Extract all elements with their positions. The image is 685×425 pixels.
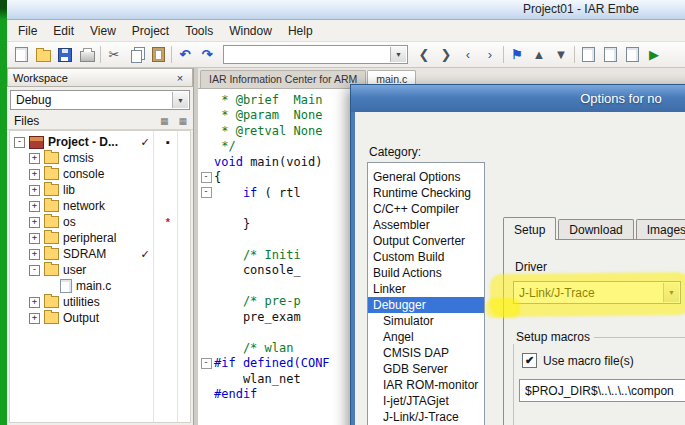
next-bookmark-button[interactable]: ▼ [551,45,571,65]
expand-toggle-icon[interactable]: + [29,217,40,228]
compile-button[interactable] [578,45,598,65]
macro-file-path-input[interactable]: $PROJ_DIR$\..\..\..\compon [519,379,685,402]
menu-view[interactable]: View [82,22,124,40]
expand-toggle-icon[interactable]: + [29,313,40,324]
fold-gutter [198,234,214,245]
category-custom-build[interactable]: Custom Build [368,249,484,265]
tree-item-icon [44,152,59,164]
expand-toggle-icon[interactable]: - [29,265,40,276]
paste-icon [152,47,165,62]
tree-item-lib[interactable]: + lib [10,182,190,198]
category-c-cpp-compiler[interactable]: C/C++ Compiler [368,201,484,217]
tree-item-user[interactable]: - user [10,262,190,278]
find-previous-button[interactable]: ❮ [414,45,434,65]
open-file-button[interactable] [33,45,53,65]
tree-item-check-mark: ✓ [138,248,152,261]
tree-item-output[interactable]: + Output [10,310,190,326]
expand-toggle-icon[interactable]: + [29,185,40,196]
fold-toggle-icon[interactable]: - [201,187,212,198]
workspace-panel-header[interactable]: Workspace × [7,68,193,87]
previous-bookmark-button[interactable]: ▲ [529,45,549,65]
close-icon[interactable]: × [173,72,187,84]
expand-toggle-icon[interactable]: - [14,137,25,148]
category-iar-rom-monitor[interactable]: IAR ROM-monitor [368,377,484,393]
menu-file[interactable]: File [10,22,45,40]
configuration-dropdown[interactable]: Debug ▼ [10,90,190,110]
tab-setup[interactable]: Setup [503,217,556,240]
expand-toggle-icon[interactable]: + [29,169,40,180]
save-icon [58,48,72,62]
cut-button[interactable]: ✂ [104,45,124,65]
new-file-button[interactable] [11,45,31,65]
expand-toggle-icon[interactable]: + [29,249,40,260]
menu-help[interactable]: Help [280,22,321,40]
dropdown-arrow-icon[interactable]: ▼ [390,47,406,62]
undo-button[interactable]: ↶ [175,45,195,65]
tree-item-label: main.c [76,279,111,293]
tree-item-network[interactable]: + network [10,198,190,214]
make-button[interactable] [600,45,620,65]
code-text: * @retval None [214,124,322,138]
tab-images[interactable]: Images [636,219,685,240]
category-general-options[interactable]: General Options [368,169,484,185]
category-jlink-jtrace[interactable]: J-Link/J-Trace [368,409,484,425]
dialog-title-bar[interactable]: Options for no [351,85,685,112]
redo-button[interactable]: ↷ [197,45,217,65]
category-output-converter[interactable]: Output Converter [368,233,484,249]
expand-toggle-icon[interactable]: + [29,153,40,164]
category-build-actions[interactable]: Build Actions [368,265,484,281]
find-combobox[interactable]: ▼ [223,45,408,64]
tree-item-console[interactable]: + console [10,166,190,182]
category-linker[interactable]: Linker [368,281,484,297]
category-cmsis-dap[interactable]: CMSIS DAP [368,345,484,361]
category-angel[interactable]: Angel [368,329,484,345]
menu-edit[interactable]: Edit [45,22,82,40]
dropdown-arrow-icon[interactable]: ▼ [663,283,679,302]
copy-button[interactable] [126,45,146,65]
menu-window[interactable]: Window [221,22,280,40]
navigate-forward-button[interactable]: › [480,45,500,65]
tree-item-os[interactable]: + os * [10,214,190,230]
checkbox-check-icon: ✔ [522,353,537,368]
menu-tools[interactable]: Tools [177,22,221,40]
menu-project[interactable]: Project [124,22,177,40]
tree-item-cmsis[interactable]: + cmsis [10,150,190,166]
category-gdb-server[interactable]: GDB Server [368,361,484,377]
expand-toggle-icon[interactable]: + [29,201,40,212]
stop-build-button[interactable] [622,45,642,65]
category-assembler[interactable]: Assembler [368,217,484,233]
tree-item-utilities[interactable]: + utilities [10,294,190,310]
tree-item-label: Output [63,311,99,325]
dropdown-arrow-icon[interactable]: ▼ [172,92,188,108]
tree-item-project[interactable]: - Project - D... ✓ ▪ [10,134,190,150]
category-runtime-checking[interactable]: Runtime Checking [368,185,484,201]
window-title-bar[interactable]: Project01 - IAR Embe [7,0,685,20]
download-and-debug-icon: ▶ [649,47,659,62]
category-debugger[interactable]: Debugger [368,297,484,313]
category-ijet-jtagjet[interactable]: I-jet/JTAGjet [368,393,484,409]
paste-button[interactable] [148,45,168,65]
tree-item-main-c[interactable]: main.c [10,278,190,294]
code-text: #if defined(CONF [214,356,330,370]
tree-item-label: SDRAM [63,247,106,261]
fold-toggle-icon[interactable]: - [201,172,212,183]
tree-item-sdram[interactable]: + SDRAM ✓ [10,246,190,262]
tree-item-peripheral[interactable]: + peripheral [10,230,190,246]
toolbar-separator [574,46,575,63]
fold-toggle-icon[interactable]: - [201,358,212,369]
save-button[interactable] [55,45,75,65]
driver-dropdown[interactable]: J-Link/J-Trace ▼ [513,281,681,304]
tab-download[interactable]: Download [558,219,633,240]
download-and-debug-button[interactable]: ▶ [644,45,664,65]
expand-toggle-icon[interactable]: + [29,297,40,308]
print-button[interactable] [77,45,97,65]
expand-toggle-icon[interactable]: + [29,233,40,244]
bookmark-toggle-button[interactable]: ⚑ [507,45,527,65]
navigate-backward-button[interactable]: ‹ [458,45,478,65]
files-column-icon-1: ▦ [160,116,169,126]
find-next-button[interactable]: ❯ [436,45,456,65]
use-macro-checkbox[interactable]: ✔ Use macro file(s) [522,353,634,368]
category-simulator[interactable]: Simulator [368,313,484,329]
tab-info-center[interactable]: IAR Information Center for ARM [200,70,366,88]
fold-gutter [198,389,214,400]
